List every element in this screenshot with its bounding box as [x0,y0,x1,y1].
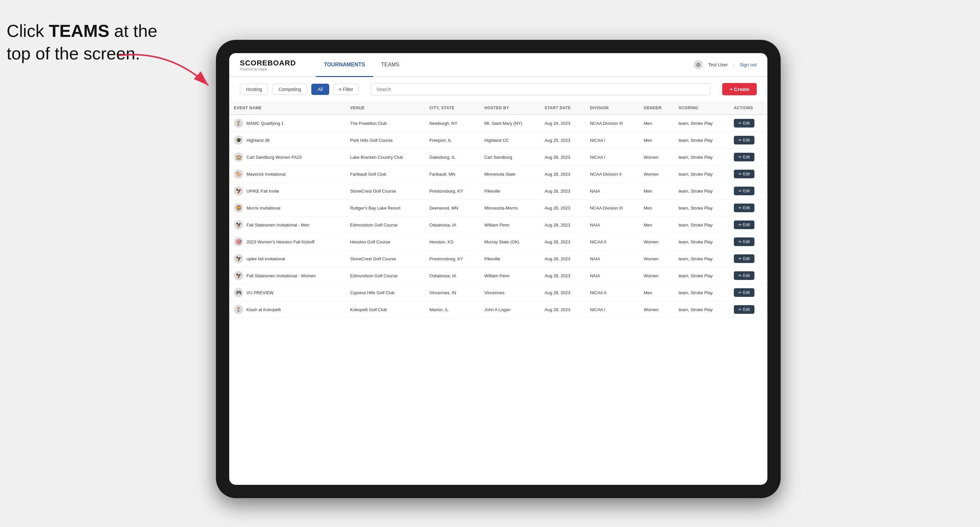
cell-city-2: Galesburg, IL [425,149,480,166]
edit-button-11[interactable]: ✏ Edit [734,305,754,314]
cell-event-name-1: 🎓 Highland 36 [229,132,345,149]
cell-scoring-11: team, Stroke Play [674,301,730,318]
cell-hosted-3: Minnesota State [480,166,540,183]
edit-button-2[interactable]: ✏ Edit [734,153,754,161]
cell-venue-8: StoneCrest Golf Course [345,251,425,267]
cell-date-9: Aug 28, 2023 [540,267,585,284]
edit-button-1[interactable]: ✏ Edit [734,136,754,144]
cell-scoring-1: team, Stroke Play [674,132,730,149]
cell-actions-7: ✏ Edit [729,233,767,251]
user-name: Test User [708,62,728,67]
table-row: 🦅 upike fall invitational StoneCrest Gol… [229,251,767,267]
cell-actions-10: ✏ Edit [729,284,767,301]
cell-event-name-4: 🦅 UPIKE Fall Invite [229,183,345,200]
event-name-3: Maverick Invitational [247,172,286,177]
cell-gender-0: Men [639,114,674,132]
cell-scoring-2: team, Stroke Play [674,149,730,166]
cell-hosted-5: Minnesota-Morris [480,200,540,216]
filter-button[interactable]: ≡ Filter [333,84,359,95]
cell-city-4: Prestonsburg, KY [425,183,480,200]
nav-tournaments[interactable]: TOURNAMENTS [316,53,373,77]
edit-button-7[interactable]: ✏ Edit [734,237,754,246]
table-header-row: EVENT NAME VENUE CITY, STATE HOSTED BY S… [229,102,767,114]
table-row: 🦅 Fall Statesmen Invitational - Women Ed… [229,267,767,284]
team-logo-9: 🦅 [234,271,243,280]
cell-event-name-6: 🦅 Fall Statesmen Invitational - Men [229,216,345,233]
nav-divider: | [733,62,735,67]
cell-division-5: NCAA Division III [585,200,639,216]
all-button[interactable]: All [311,84,329,95]
edit-button-4[interactable]: ✏ Edit [734,187,754,195]
edit-button-10[interactable]: ✏ Edit [734,288,754,297]
edit-button-9[interactable]: ✏ Edit [734,271,754,280]
cell-division-9: NAIA [585,267,639,284]
edit-button-3[interactable]: ✏ Edit [734,170,754,178]
cell-date-4: Aug 28, 2023 [540,183,585,200]
competing-button[interactable]: Competing [272,84,307,95]
cell-city-0: Newburgh, NY [425,114,480,132]
logo-sub: Powered by clippit [240,67,296,71]
cell-event-name-5: 🦁 Morris Invitational [229,200,345,216]
col-actions: ACTIONS [729,102,767,114]
cell-actions-0: ✏ Edit [729,114,767,132]
cell-venue-4: StoneCrest Golf Course [345,183,425,200]
table-row: 🏫 Carl Sandburg Women FA23 Lake Bracken … [229,149,767,166]
edit-button-8[interactable]: ✏ Edit [734,254,754,263]
col-hosted-by: HOSTED BY [480,102,540,114]
cell-date-1: Aug 25, 2023 [540,132,585,149]
cell-event-name-11: 🏌 Klash at Kokopelli [229,301,345,318]
cell-division-8: NAIA [585,251,639,267]
cell-actions-11: ✏ Edit [729,301,767,318]
cell-division-1: NICAA I [585,132,639,149]
cell-actions-3: ✏ Edit [729,166,767,183]
create-button[interactable]: + Create [722,83,757,95]
table-row: 🎮 VU PREVIEW Cypress Hills Golf Club Vin… [229,284,767,301]
cell-event-name-10: 🎮 VU PREVIEW [229,284,345,301]
cell-date-7: Aug 28, 2023 [540,233,585,251]
search-input[interactable] [371,83,710,95]
hosting-button[interactable]: Hosting [240,84,268,95]
cell-venue-2: Lake Bracken Country Club [345,149,425,166]
cell-event-name-3: 🐎 Maverick Invitational [229,166,345,183]
toolbar: Hosting Competing All ≡ Filter + Create [229,77,767,102]
edit-button-0[interactable]: ✏ Edit [734,119,754,127]
cell-hosted-11: John A Logan [480,301,540,318]
table-row: 🦅 Fall Statesmen Invitational - Men Edmu… [229,216,767,233]
navbar: SCOREBOARD Powered by clippit TOURNAMENT… [229,53,767,77]
cell-hosted-7: Murray State (OK) [480,233,540,251]
logo-text: SCOREBOARD [240,59,296,67]
cell-venue-7: Hesston Golf Course [345,233,425,251]
team-logo-1: 🎓 [234,135,243,145]
team-logo-10: 🎮 [234,288,243,297]
tablet-frame: SCOREBOARD Powered by clippit TOURNAMENT… [216,40,781,498]
cell-scoring-8: team, Stroke Play [674,251,730,267]
edit-button-6[interactable]: ✏ Edit [734,221,754,229]
cell-city-8: Prestonsburg, KY [425,251,480,267]
cell-gender-10: Men [639,284,674,301]
cell-division-4: NAIA [585,183,639,200]
cell-division-0: NCAA Division III [585,114,639,132]
sign-out-link[interactable]: Sign out [740,62,757,67]
event-name-7: 2023 Women's Hesston Fall Kickoff [247,240,314,244]
table-row: 🦅 UPIKE Fall Invite StoneCrest Golf Cour… [229,183,767,200]
cell-event-name-7: 🎯 2023 Women's Hesston Fall Kickoff [229,233,345,251]
gear-icon[interactable]: ⚙ [694,60,703,70]
event-name-6: Fall Statesmen Invitational - Men [247,222,309,227]
cell-event-name-9: 🦅 Fall Statesmen Invitational - Women [229,267,345,284]
nav-teams[interactable]: TEAMS [373,53,407,77]
team-logo-3: 🐎 [234,169,243,179]
cell-scoring-10: team, Stroke Play [674,284,730,301]
cell-date-5: Aug 28, 2023 [540,200,585,216]
cell-gender-1: Men [639,132,674,149]
cell-venue-9: Edmundson Golf Course [345,267,425,284]
cell-gender-6: Men [639,216,674,233]
table-row: 🏌 Klash at Kokopelli Kokopelli Golf Club… [229,301,767,318]
cell-gender-7: Women [639,233,674,251]
event-name-9: Fall Statesmen Invitational - Women [247,273,316,278]
edit-button-5[interactable]: ✏ Edit [734,203,754,212]
cell-date-6: Aug 28, 2023 [540,216,585,233]
team-logo-0: 🏌 [234,119,243,128]
team-logo-5: 🦁 [234,203,243,213]
cell-city-11: Marion, IL [425,301,480,318]
cell-division-11: NICAA I [585,301,639,318]
